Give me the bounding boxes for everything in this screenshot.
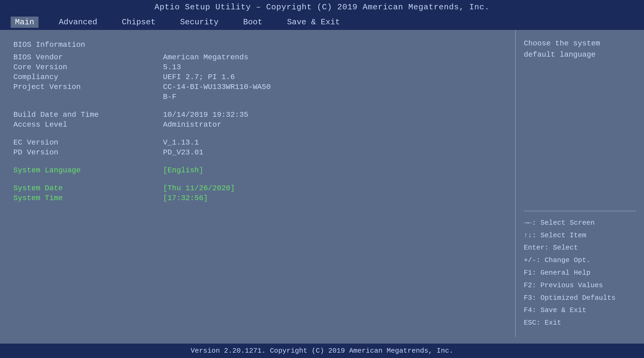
label-system-time: System Time (13, 194, 163, 202)
footer-bar: Version 2.20.1271. Copyright (C) 2019 Am… (0, 344, 644, 358)
value-system-language: [English] (163, 166, 203, 174)
value-access-level: Administrator (163, 120, 221, 129)
info-row-project-version: Project Version CC-14-BI-WU133WR110-WA50 (13, 83, 502, 91)
value-ec-version: V_1.13.1 (163, 138, 199, 147)
shortcut-change-opt: +/-: Change Opt. (524, 254, 636, 267)
nav-main[interactable]: Main (11, 17, 38, 28)
value-core-version: 5.13 (163, 63, 181, 71)
shortcut-enter-select: Enter: Select (524, 242, 636, 254)
right-shortcuts: →←: Select Screen ↑↓: Select Item Enter:… (524, 217, 636, 329)
value-pd-version: PD_V23.01 (163, 148, 203, 157)
value-project-version: CC-14-BI-WU133WR110-WA50 (163, 83, 271, 91)
value-project-version-cont: B-F (163, 93, 176, 101)
nav-bar: Main Advanced Chipset Security Boot Save… (0, 14, 644, 30)
info-row-project-version-cont: B-F (13, 93, 502, 101)
info-row-build-date: Build Date and Time 10/14/2019 19:32:35 (13, 111, 502, 119)
label-build-date: Build Date and Time (13, 111, 163, 119)
shortcut-esc-exit: ESC: Exit (524, 317, 636, 329)
shortcut-f2-previous: F2: Previous Values (524, 279, 636, 292)
footer-text: Version 2.20.1271. Copyright (C) 2019 Am… (191, 347, 453, 355)
value-compliancy: UEFI 2.7; PI 1.6 (163, 73, 235, 81)
label-compliancy: Compliancy (13, 73, 163, 81)
value-bios-vendor: American Megatrends (163, 53, 248, 61)
value-system-time: [17:32:56] (163, 194, 208, 202)
shortcut-f1-help: F1: General Help (524, 267, 636, 279)
shortcut-select-item: ↑↓: Select Item (524, 229, 636, 242)
title-text: Aptio Setup Utility – Copyright (C) 2019… (154, 3, 490, 12)
label-pd-version: PD Version (13, 148, 163, 157)
main-content: BIOS Information BIOS Vendor American Me… (0, 30, 644, 337)
info-row-core-version: Core Version 5.13 (13, 63, 502, 71)
label-project-version-cont (13, 93, 163, 101)
value-build-date: 10/14/2019 19:32:35 (163, 111, 248, 119)
label-ec-version: EC Version (13, 138, 163, 147)
shortcut-f3-optimized: F3: Optimized Defaults (524, 292, 636, 304)
info-row-pd-version: PD Version PD_V23.01 (13, 148, 502, 157)
highlight-row-system-time[interactable]: System Time [17:32:56] (13, 194, 502, 202)
right-help-text: Choose the system default language (524, 38, 636, 205)
shortcut-select-screen: →←: Select Screen (524, 217, 636, 229)
shortcut-f4-save: F4: Save & Exit (524, 304, 636, 317)
info-row-bios-vendor: BIOS Vendor American Megatrends (13, 53, 502, 61)
right-divider (524, 211, 636, 211)
label-system-language: System Language (13, 166, 163, 174)
left-panel: BIOS Information BIOS Vendor American Me… (0, 30, 516, 337)
right-panel: Choose the system default language →←: S… (516, 30, 644, 337)
highlight-row-system-date[interactable]: System Date [Thu 11/26/2020] (13, 184, 502, 192)
label-project-version: Project Version (13, 83, 163, 91)
bios-information-title: BIOS Information (13, 41, 502, 49)
label-core-version: Core Version (13, 63, 163, 71)
label-access-level: Access Level (13, 120, 163, 129)
nav-chipset[interactable]: Chipset (118, 17, 160, 28)
value-system-date: [Thu 11/26/2020] (163, 184, 235, 192)
info-row-access-level: Access Level Administrator (13, 120, 502, 129)
info-row-compliancy: Compliancy UEFI 2.7; PI 1.6 (13, 73, 502, 81)
label-system-date: System Date (13, 184, 163, 192)
label-bios-vendor: BIOS Vendor (13, 53, 163, 61)
nav-boot[interactable]: Boot (239, 17, 267, 28)
highlight-row-system-language[interactable]: System Language [English] (13, 166, 502, 174)
nav-save-exit[interactable]: Save & Exit (283, 17, 344, 28)
title-bar: Aptio Setup Utility – Copyright (C) 2019… (0, 0, 644, 14)
info-row-ec-version: EC Version V_1.13.1 (13, 138, 502, 147)
nav-security[interactable]: Security (176, 17, 223, 28)
nav-advanced[interactable]: Advanced (55, 17, 102, 28)
